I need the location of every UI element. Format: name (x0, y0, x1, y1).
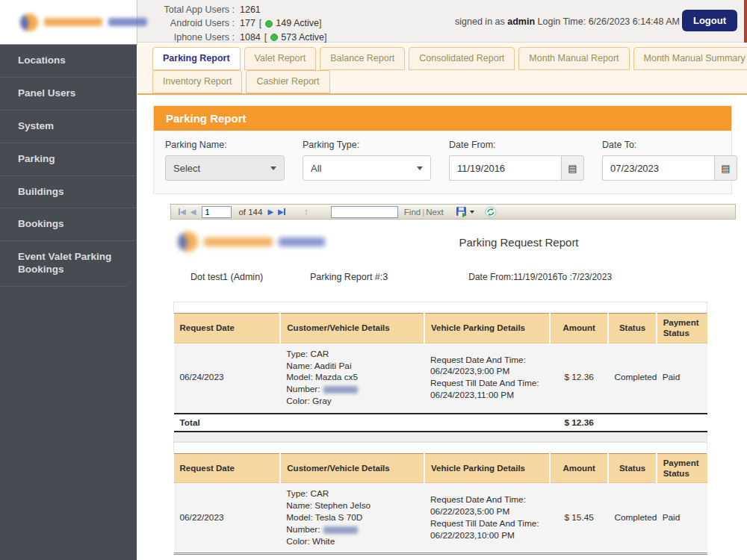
sidebar-item-system[interactable]: System (0, 111, 137, 143)
tab-inventory-report[interactable]: Inventory Report (152, 70, 242, 93)
sidebar-item-locations[interactable]: Locations (0, 45, 137, 78)
table-header-row: Request Date Customer/Vehicle Details Ve… (174, 453, 707, 483)
tab-month-manual-summary[interactable]: Month Manual Summary (633, 47, 747, 70)
parking-name-label: Parking Name: (165, 140, 285, 150)
stat-label: Iphone Users : (146, 31, 235, 43)
tab-cashier-report[interactable]: Cashier Report (246, 70, 329, 93)
page-number-input[interactable] (202, 206, 232, 218)
date-from-group: Date From: ▤ (449, 140, 584, 181)
app-logo-box[interactable] (0, 0, 137, 45)
refresh-button[interactable] (485, 206, 497, 218)
brand-logo-icon (178, 231, 198, 252)
stat-android-users: Android Users : 177 [ 149 Active ] (146, 17, 326, 29)
report-table-section-2: Request Date Customer/Vehicle Details Ve… (173, 442, 707, 560)
parking-name-select[interactable]: Select (165, 155, 285, 181)
parking-type-label: Parking Type: (303, 140, 431, 150)
col-request-date: Request Date (174, 453, 281, 483)
last-page-icon[interactable]: ▶ (278, 208, 285, 216)
cell-payment-status: Paid (657, 343, 707, 413)
logout-button[interactable]: Logout (682, 10, 737, 31)
date-to-calendar-button[interactable]: ▤ (714, 155, 737, 181)
signed-in-info: signed in as admin Login Time: 6/26/2023… (455, 16, 680, 27)
sidebar-item-event-valet-parking-bookings[interactable]: Event Valet Parking Bookings (0, 241, 127, 287)
date-from-calendar-button[interactable]: ▤ (561, 155, 584, 181)
brand-logo (20, 13, 147, 31)
edge-accent (744, 0, 747, 43)
bracket: ] (319, 17, 321, 29)
tab-parking-report[interactable]: Parking Report (152, 47, 241, 70)
cell-status: Completed (608, 343, 656, 413)
customer-number: Number: (286, 384, 418, 396)
export-dropdown-icon (470, 211, 474, 214)
login-time-label: Login Time: (538, 16, 586, 27)
find-link[interactable]: Find (404, 208, 421, 217)
calendar-icon: ▤ (721, 163, 730, 174)
customer-number: Number: (286, 524, 418, 536)
cell-parking-details: Request Date And Time: 06/24/2023,9:00 P… (424, 343, 550, 413)
customer-model: Model: Tesla S 70D (286, 512, 418, 524)
cell-status: Completed (608, 483, 656, 554)
table-row: 06/24/2023 Type: CAR Name: Aaditi Pai Mo… (174, 343, 707, 413)
tab-consolidated-report[interactable]: Consolidated Report (409, 47, 515, 70)
report-brand-logo (178, 231, 335, 252)
first-page-icon[interactable]: ◀ (179, 208, 186, 216)
stat-label: Total App Users : (146, 4, 235, 16)
request-time-label: Request Date And Time: (430, 355, 544, 367)
prev-page-icon[interactable]: ◀ (190, 208, 196, 216)
report-viewer-toolbar: ◀ ◀ of 144 ▶ ▶ ↑ Find | Next (170, 204, 736, 220)
app-user-stats: Total App Users : 1261 Android Users : 1… (146, 4, 326, 45)
find-text-input[interactable] (331, 206, 398, 218)
next-page-icon[interactable]: ▶ (267, 208, 273, 216)
report-header: Parking Request Report (173, 223, 707, 252)
parking-name-selected: Select (173, 163, 200, 174)
sidebar-item-panel-users[interactable]: Panel Users (0, 78, 137, 111)
col-status: Status (608, 314, 656, 343)
sidebar-item-parking[interactable]: Parking (0, 143, 137, 176)
report-tabs: Parking Report Valet Report Balance Repo… (137, 43, 747, 95)
date-to-label: Date To: (602, 140, 737, 150)
brand-logo-icon (20, 13, 38, 31)
stat-value: 1261 (240, 4, 261, 16)
till-time-value: 06/24/2023,11:00 PM (430, 390, 544, 402)
till-time-label: Request Till Date And Time: (430, 378, 544, 390)
parking-type-group: Parking Type: All (303, 140, 431, 181)
tab-month-manual-report[interactable]: Month Manual Report (518, 47, 629, 70)
redacted-plate (323, 386, 358, 393)
subtotal-amount: $ 15.45 (550, 554, 609, 560)
date-from-input[interactable] (449, 155, 561, 181)
brand-word-redacted (204, 237, 273, 246)
col-vehicle-parking: Vehicle Parking Details (424, 453, 550, 483)
tab-row-2: Inventory Report Cashier Report (152, 70, 740, 93)
col-payment-status: Payment Status (657, 314, 707, 343)
sidebar-item-bookings[interactable]: Bookings (0, 208, 137, 241)
report-date-range: Date From:11/19/2016To :7/23/2023 (468, 272, 612, 282)
customer-color: Color: White (286, 536, 418, 548)
parent-report-icon[interactable]: ↑ (304, 207, 309, 217)
filter-panel-title: Parking Report (154, 106, 731, 131)
cell-request-date: 06/22/2023 (174, 483, 281, 554)
customer-model: Model: Mazda cx5 (286, 372, 418, 384)
tab-balance-report[interactable]: Balance Report (320, 47, 405, 70)
table-spacer-row (174, 302, 707, 314)
date-to-input[interactable] (602, 155, 714, 181)
col-status: Status (608, 453, 656, 483)
report-meta: Dot test1 (Admin) Parking Report #:3 Dat… (190, 272, 703, 282)
report-title: Parking Request Report (335, 231, 703, 249)
signed-in-user: admin (507, 16, 535, 27)
parking-type-selected: All (311, 163, 321, 174)
stat-active: 149 Active (276, 17, 319, 29)
date-to-group: Date To: ▤ (602, 140, 737, 181)
stat-label: Android Users : (146, 17, 235, 29)
parking-type-select[interactable]: All (303, 155, 431, 181)
request-time-label: Request Date And Time: (430, 494, 544, 506)
sidebar-item-buildings[interactable]: Buildings (0, 176, 137, 209)
bracket: [ (259, 17, 261, 29)
cell-payment-status: Paid (657, 483, 707, 554)
customer-color: Color: Gray (286, 396, 418, 408)
tab-valet-report[interactable]: Valet Report (244, 47, 317, 70)
bracket: ] (324, 31, 326, 43)
date-from-label: Date From: (449, 140, 584, 150)
brand-word-redacted (44, 18, 102, 26)
next-link[interactable]: Next (426, 208, 444, 217)
export-button[interactable] (456, 206, 474, 218)
